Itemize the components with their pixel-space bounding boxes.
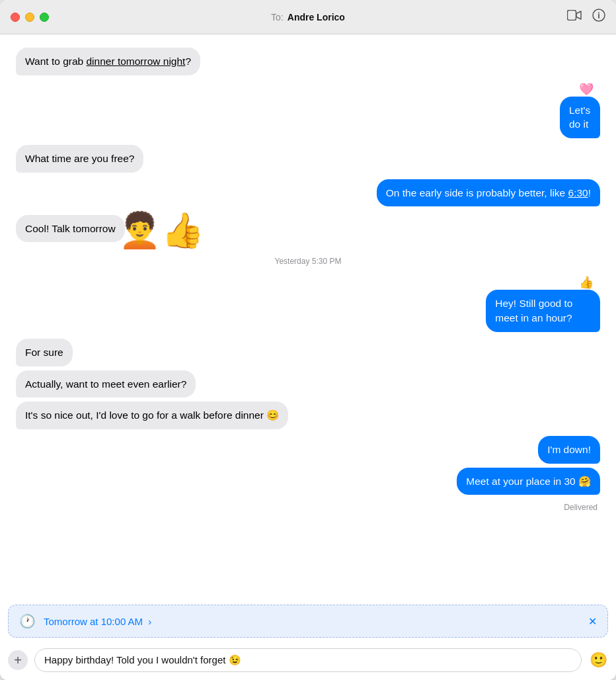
message-row: I'm down!	[16, 436, 600, 464]
bubble-outgoing: I'm down!	[538, 436, 600, 464]
bubble-outgoing: Hey! Still good to meet in an hour?	[486, 290, 600, 331]
message-row: On the early side is probably better, li…	[16, 179, 600, 207]
incoming-group: For sure Actually, want to meet even ear…	[16, 339, 600, 432]
message-row: 🩷 Let's do it	[16, 82, 600, 138]
chevron-icon: ›	[148, 616, 151, 627]
bubble-incoming: It's so nice out, I'd love to go for a w…	[16, 402, 288, 429]
timestamp: Yesterday 5:30 PM	[16, 257, 600, 266]
titlebar: To: Andre Lorico	[0, 0, 616, 34]
message-row: For sure	[16, 339, 600, 366]
to-label: To:	[271, 12, 284, 22]
scheduled-banner[interactable]: 🕐 Tomorrow at 10:00 AM › ✕	[8, 605, 608, 638]
bubble-outgoing: On the early side is probably better, li…	[377, 179, 600, 207]
reaction-emoji: 🩷	[579, 83, 594, 96]
memoji-row: Cool! Talk tomorrow 🧑‍🦱👍	[16, 213, 600, 242]
contact-name: Andre Lorico	[288, 12, 345, 22]
reaction-wrapper: 👍 Hey! Still good to meet in an hour?	[424, 275, 600, 331]
close-button[interactable]	[11, 13, 20, 22]
maximize-button[interactable]	[40, 13, 49, 22]
clock-icon: 🕐	[19, 613, 36, 629]
bubble-incoming: What time are you free?	[16, 145, 143, 173]
minimize-button[interactable]	[25, 13, 34, 22]
message-input[interactable]: Happy birthday! Told you I wouldn't forg…	[34, 648, 582, 672]
messages-window: To: Andre Lorico Want to	[0, 0, 616, 680]
bubble-incoming: Cool! Talk tomorrow	[16, 215, 125, 243]
info-icon[interactable]	[592, 9, 605, 25]
bubble-incoming: For sure	[16, 339, 73, 366]
add-attachment-button[interactable]: +	[8, 650, 28, 670]
outgoing-group: I'm down! Meet at your place in 30 🤗	[16, 436, 600, 497]
message-row: It's so nice out, I'd love to go for a w…	[16, 402, 600, 429]
traffic-lights	[11, 13, 49, 22]
chat-area: Want to grab dinner tomorrow night? 🩷 Le…	[0, 34, 616, 605]
message-row: What time are you free?	[16, 145, 600, 173]
underlined-text: dinner tomorrow night	[86, 56, 185, 67]
memoji-sticker: 🧑‍🦱👍	[118, 213, 204, 247]
input-text: Happy birthday! Told you I wouldn't forg…	[44, 654, 241, 666]
scheduled-text[interactable]: Tomorrow at 10:00 AM ›	[44, 616, 580, 627]
reaction-emoji: 👍	[579, 276, 594, 289]
bubble-incoming: Actually, want to meet even earlier?	[16, 370, 196, 398]
close-scheduled-button[interactable]: ✕	[588, 615, 597, 628]
message-row: Meet at your place in 30 🤗	[16, 468, 600, 495]
bubble-outgoing: Let's do it	[560, 97, 600, 138]
bubble-outgoing: Meet at your place in 30 🤗	[457, 468, 600, 495]
svg-point-2	[598, 13, 599, 14]
titlebar-actions	[567, 9, 605, 25]
underlined-text: 6:30	[568, 187, 588, 198]
delivered-status: Delivered	[16, 503, 600, 512]
titlebar-center: To: Andre Lorico	[271, 12, 345, 22]
message-row: Want to grab dinner tomorrow night?	[16, 48, 600, 75]
input-row: + Happy birthday! Told you I wouldn't fo…	[0, 643, 616, 680]
facetime-icon[interactable]	[567, 10, 582, 24]
reaction-wrapper: 🩷 Let's do it	[538, 82, 600, 138]
message-row: Actually, want to meet even earlier?	[16, 370, 600, 398]
emoji-picker-button[interactable]: 🙂	[588, 650, 608, 670]
bubble-incoming: Want to grab dinner tomorrow night?	[16, 48, 200, 75]
message-row: 👍 Hey! Still good to meet in an hour?	[16, 275, 600, 331]
svg-rect-0	[568, 11, 576, 21]
